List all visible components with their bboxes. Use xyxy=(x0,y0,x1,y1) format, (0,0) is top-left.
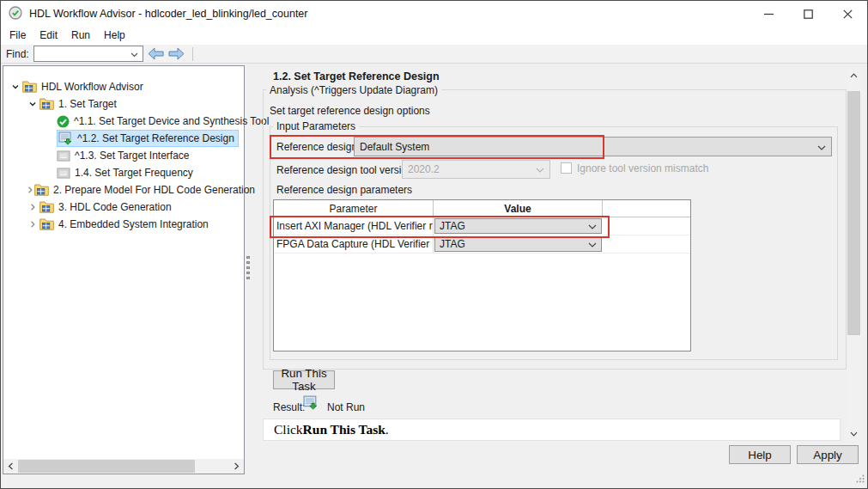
tree-item-label: ^1.2. Set Target Reference Design xyxy=(77,132,234,144)
panel-splitter[interactable] xyxy=(245,65,252,474)
find-previous-button[interactable] xyxy=(148,47,164,60)
combo-chevron-icon xyxy=(588,238,597,250)
value-column-header: Value xyxy=(434,200,603,217)
table-row-insert-axi-manager[interactable]: Insert AXI Manager (HDL Verifier requ...… xyxy=(274,217,690,235)
splitter-grip-icon xyxy=(246,256,250,279)
window-title: HDL Workflow Advisor - hdlcoder_led_blin… xyxy=(29,8,307,20)
scroll-right-icon[interactable] xyxy=(229,459,244,474)
fpga-data-capture-select[interactable]: JTAG xyxy=(434,236,602,252)
parameter-cell: FPGA Data Capture (HDL Verifier requi... xyxy=(274,235,434,253)
maximize-icon[interactable] xyxy=(788,1,828,27)
resize-grip-icon[interactable] xyxy=(856,474,865,486)
combo-chevron-icon xyxy=(536,163,544,175)
selected-tree-item[interactable]: ^1.2. Set Target Reference Design xyxy=(57,130,239,147)
chevron-expanded-icon[interactable] xyxy=(9,83,22,91)
message-bold: Run This Task xyxy=(303,422,385,437)
workflow-tree-panel: HDL Workflow Advisor 1. Set Target ^1.1.… xyxy=(3,65,245,474)
insert-axi-manager-select[interactable]: JTAG xyxy=(434,218,602,234)
tool-version-label: Reference design tool version: xyxy=(276,164,416,176)
chevron-collapsed-icon[interactable] xyxy=(26,203,39,211)
task-current-icon xyxy=(58,131,73,145)
tree-item-1-2-set-target-reference-design[interactable]: ^1.2. Set Target Reference Design xyxy=(3,130,244,147)
combo-chevron-icon xyxy=(588,220,597,232)
result-status-icon xyxy=(303,395,319,413)
chevron-collapsed-icon[interactable] xyxy=(26,186,34,194)
menu-bar: File Edit Run Help xyxy=(1,27,867,45)
ignore-mismatch-checkbox[interactable] xyxy=(561,162,572,174)
table-row-fpga-data-capture[interactable]: FPGA Data Capture (HDL Verifier requi...… xyxy=(274,235,690,254)
toolbar-separator xyxy=(192,47,193,61)
workflow-folder-icon xyxy=(39,201,54,213)
app-check-circle-icon xyxy=(9,6,22,22)
message-suffix: . xyxy=(385,422,389,437)
menu-file[interactable]: File xyxy=(4,28,34,44)
chevron-collapsed-icon[interactable] xyxy=(26,220,39,229)
menu-help[interactable]: Help xyxy=(99,28,134,44)
chevron-expanded-icon[interactable] xyxy=(26,100,39,108)
scroll-up-icon[interactable] xyxy=(847,69,861,83)
reference-design-label: Reference design: xyxy=(276,141,360,153)
parameters-table: Parameter Value Insert AXI Manager (HDL … xyxy=(273,199,691,351)
result-status: Not Run xyxy=(327,401,365,413)
task-title: 1.2. Set Target Reference Design xyxy=(273,70,440,83)
menu-edit[interactable]: Edit xyxy=(34,28,66,44)
message-prefix: Click xyxy=(274,422,303,437)
combo-chevron-icon xyxy=(817,141,826,153)
find-next-button[interactable] xyxy=(168,47,185,60)
result-label: Result: xyxy=(273,401,305,413)
tree-item-3-hdl-code-generation[interactable]: 3. HDL Code Generation xyxy=(3,199,244,216)
tree-item-1-4-set-target-frequency[interactable]: 1.4. Set Target Frequency xyxy=(3,164,244,181)
parameter-column-header: Parameter xyxy=(274,200,434,217)
hdl-workflow-advisor-window: HDL Workflow Advisor - hdlcoder_led_blin… xyxy=(0,0,868,489)
minimize-icon[interactable] xyxy=(749,1,788,27)
ignore-mismatch-label: Ignore tool version mismatch xyxy=(577,162,708,174)
tree-item-2-prepare-model[interactable]: 2. Prepare Model For HDL Code Generation xyxy=(3,181,244,199)
window-controls xyxy=(749,1,867,27)
task-passed-icon xyxy=(57,115,70,128)
table-header-row: Parameter Value xyxy=(274,200,690,217)
menu-run[interactable]: Run xyxy=(66,28,99,44)
scrollbar-thumb[interactable] xyxy=(18,460,195,473)
task-message: Click Run This Task. xyxy=(263,419,841,441)
title-bar: HDL Workflow Advisor - hdlcoder_led_blin… xyxy=(1,1,867,27)
scrollbar-thumb[interactable] xyxy=(847,91,860,335)
input-parameters-groupbox-label: Input Parameters xyxy=(273,120,359,132)
tree-item-1-set-target[interactable]: 1. Set Target xyxy=(3,95,244,113)
tree-item-hdl-workflow-advisor[interactable]: HDL Workflow Advisor xyxy=(3,78,244,95)
workflow-tree: HDL Workflow Advisor 1. Set Target ^1.1.… xyxy=(3,66,244,233)
scroll-down-icon[interactable] xyxy=(847,427,861,441)
content-vertical-scrollbar[interactable] xyxy=(847,69,861,441)
apply-button[interactable]: Apply xyxy=(797,445,859,464)
reference-design-parameters-label: Reference design parameters xyxy=(276,184,412,196)
close-icon[interactable] xyxy=(828,1,867,27)
tree-item-1-3-set-target-interface[interactable]: ^1.3. Set Target Interface xyxy=(3,147,244,164)
workflow-folder-icon xyxy=(39,218,54,230)
reference-design-value: Default System xyxy=(360,141,429,153)
run-this-task-button[interactable]: Run This Task xyxy=(273,370,335,389)
fpga-data-capture-value: JTAG xyxy=(440,238,465,250)
reference-design-select[interactable]: Default System xyxy=(354,137,832,156)
tool-version-value: 2020.2 xyxy=(408,163,440,175)
tree-item-label: 4. Embedded System Integration xyxy=(58,218,209,230)
tree-item-label: 3. HDL Code Generation xyxy=(58,201,172,213)
workflow-folder-icon xyxy=(34,184,49,196)
tree-item-label: ^1.3. Set Target Interface xyxy=(75,150,190,162)
combo-chevron-icon[interactable] xyxy=(131,48,138,60)
find-label: Find: xyxy=(6,48,29,60)
analysis-groupbox-label: Analysis (^Triggers Update Diagram) xyxy=(266,84,441,96)
tree-item-label: HDL Workflow Advisor xyxy=(41,81,143,93)
scroll-left-icon[interactable] xyxy=(3,459,18,474)
tree-item-4-embedded-system-integration[interactable]: 4. Embedded System Integration xyxy=(3,216,244,233)
tree-item-label: 2. Prepare Model For HDL Code Generation xyxy=(53,184,255,196)
help-button[interactable]: Help xyxy=(729,445,791,464)
tree-item-label: 1. Set Target xyxy=(58,98,117,110)
find-input[interactable] xyxy=(33,46,143,62)
insert-axi-manager-value: JTAG xyxy=(440,220,465,232)
workflow-folder-icon xyxy=(22,81,37,93)
workflow-folder-icon xyxy=(39,98,54,110)
task-pending-icon xyxy=(57,168,70,179)
tree-horizontal-scrollbar[interactable] xyxy=(3,459,244,474)
parameter-cell: Insert AXI Manager (HDL Verifier requ... xyxy=(274,217,434,235)
tree-item-1-1-set-target-device[interactable]: ^1.1. Set Target Device and Synthesis To… xyxy=(3,113,244,130)
task-pending-icon xyxy=(57,150,70,162)
